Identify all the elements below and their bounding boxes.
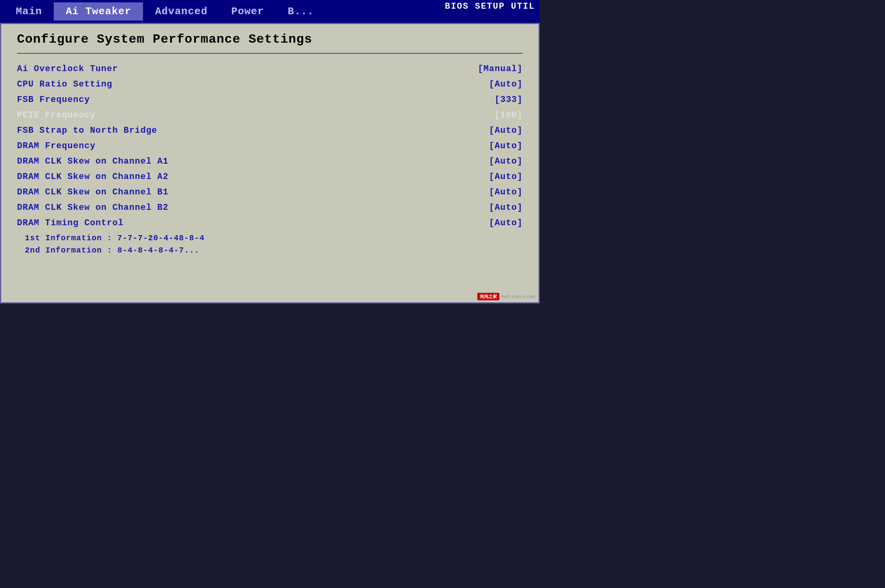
setting-row[interactable]: Ai Overclock Tuner[Manual]	[17, 62, 523, 76]
info-rows: 1st Information : 7-7-7-20-4-48-8-42nd I…	[17, 232, 523, 256]
setting-value: [Auto]	[489, 172, 523, 182]
watermark: 泡泡之家 MyDrivers.com	[477, 293, 535, 300]
setting-row[interactable]: PCIE Frequency[100]	[17, 108, 523, 122]
setting-label: DRAM CLK Skew on Channel B1	[17, 187, 168, 197]
setting-row[interactable]: FSB Frequency[333]	[17, 92, 523, 107]
tab-boot[interactable]: B...	[276, 2, 326, 21]
setting-label: DRAM Timing Control	[17, 218, 124, 228]
info-row: 1st Information : 7-7-7-20-4-48-8-4	[17, 232, 523, 244]
setting-value: [Auto]	[489, 141, 523, 151]
watermark-badge1: 泡泡之家	[477, 293, 499, 300]
setting-value: [Manual]	[478, 64, 523, 74]
setting-value: [Auto]	[489, 79, 523, 89]
tab-main[interactable]: Main	[4, 2, 54, 21]
setting-row[interactable]: FSB Strap to North Bridge[Auto]	[17, 123, 523, 138]
bios-title: BIOS SETUP UTIL	[440, 0, 540, 13]
setting-label: Ai Overclock Tuner	[17, 64, 118, 74]
setting-label: DRAM Frequency	[17, 141, 96, 151]
setting-row[interactable]: DRAM CLK Skew on Channel A1[Auto]	[17, 154, 523, 169]
setting-label: FSB Strap to North Bridge	[17, 126, 157, 136]
setting-row[interactable]: DRAM Timing Control[Auto]	[17, 216, 523, 230]
setting-row[interactable]: DRAM CLK Skew on Channel A2[Auto]	[17, 170, 523, 184]
settings-list: Ai Overclock Tuner[Manual]CPU Ratio Sett…	[17, 62, 523, 230]
setting-value: [Auto]	[489, 187, 523, 197]
setting-value: [Auto]	[489, 156, 523, 166]
page-title: Configure System Performance Settings	[17, 32, 523, 47]
setting-label: FSB Frequency	[17, 95, 90, 105]
info-row: 2nd Information : 8-4-8-4-8-4-7...	[17, 244, 523, 256]
setting-row[interactable]: DRAM CLK Skew on Channel B1[Auto]	[17, 185, 523, 200]
setting-value: [Auto]	[489, 218, 523, 228]
setting-row[interactable]: DRAM CLK Skew on Channel B2[Auto]	[17, 200, 523, 215]
main-content: Configure System Performance Settings Ai…	[0, 23, 540, 303]
setting-value: [Auto]	[489, 203, 523, 213]
setting-value: [333]	[495, 95, 523, 105]
setting-label: DRAM CLK Skew on Channel A2	[17, 172, 168, 182]
setting-value: [100]	[495, 110, 523, 120]
setting-value: [Auto]	[489, 126, 523, 136]
setting-label: DRAM CLK Skew on Channel A1	[17, 156, 168, 166]
setting-label: CPU Ratio Setting	[17, 79, 112, 89]
setting-label: PCIE Frequency	[17, 110, 96, 120]
tab-ai-tweaker[interactable]: Ai Tweaker	[54, 2, 143, 21]
setting-label: DRAM CLK Skew on Channel B2	[17, 203, 168, 213]
setting-row[interactable]: DRAM Frequency[Auto]	[17, 139, 523, 153]
title-divider	[17, 53, 523, 54]
tab-advanced[interactable]: Advanced	[143, 2, 219, 21]
info-row-label: 2nd Information : 8-4-8-4-8-4-7...	[17, 246, 200, 255]
watermark-text: MyDrivers.com	[501, 294, 535, 299]
info-row-label: 1st Information : 7-7-7-20-4-48-8-4	[17, 234, 205, 243]
setting-row[interactable]: CPU Ratio Setting[Auto]	[17, 77, 523, 92]
tab-power[interactable]: Power	[219, 2, 276, 21]
